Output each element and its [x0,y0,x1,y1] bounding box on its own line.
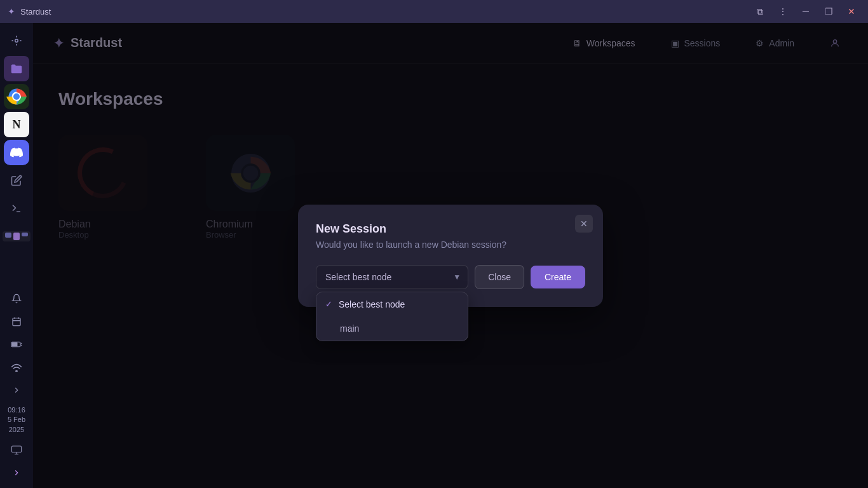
title-bar-right: ⧉ ⋮ ─ ❐ ✕ [751,3,860,20]
sidebar-year: 2025 [8,425,25,435]
sidebar-expand-icon[interactable] [4,463,29,483]
stardust-icon: ✦ [8,6,15,17]
option-best-node-label: Select best node [339,299,405,309]
title-bar-left: ✦ Stardust [8,6,51,17]
extensions-button[interactable]: ⧉ [751,3,769,20]
option-main-label: main [340,323,359,334]
sidebar-time-display: 09:16 5 Feb 2025 [8,403,25,437]
dropdown-option-main[interactable]: main [316,316,468,341]
new-session-modal: ✕ New Session Would you like to launch a… [298,205,603,307]
sidebar-notifications-icon[interactable] [4,288,29,309]
sidebar-arrow-icon[interactable] [4,380,29,400]
svg-rect-20 [12,446,22,452]
sidebar-calendar-icon[interactable] [4,311,29,332]
modal-close-button[interactable]: ✕ [575,215,593,233]
svg-rect-16 [12,342,18,346]
svg-rect-11 [13,318,20,325]
modal-actions: Select best node main ▼ ✓ Select best no… [316,265,585,289]
close-window-button[interactable]: ✕ [843,3,860,20]
sidebar-terminal-icon[interactable] [4,196,29,221]
sidebar-date: 5 Feb [8,415,25,424]
sidebar-display-icon[interactable] [4,440,29,460]
sidebar-time: 09:16 [8,405,25,415]
modal-overlay: ✕ New Session Would you like to launch a… [33,23,868,488]
title-bar: ✦ Stardust ⧉ ⋮ ─ ❐ ✕ [0,0,868,23]
sidebar-battery-icon[interactable] [4,334,29,355]
node-select-wrapper: Select best node main ▼ ✓ Select best no… [316,265,468,289]
svg-point-9 [13,93,20,100]
title-bar-title: Stardust [20,7,51,17]
dropdown-option-best-node[interactable]: ✓ Select best node [316,292,468,316]
node-select[interactable]: Select best node main [316,265,468,289]
modal-title: New Session [316,222,585,236]
checkmark-icon: ✓ [325,299,332,309]
modal-subtitle: Would you like to launch a new Debian se… [316,240,585,250]
svg-point-0 [15,39,18,43]
sidebar: N [0,23,33,488]
minimize-button[interactable]: ─ [797,3,815,20]
sidebar-stats-icon[interactable] [4,224,29,249]
maximize-button[interactable]: ❐ [820,3,837,20]
sidebar-note-icon[interactable] [4,168,29,193]
sidebar-chrome-icon[interactable] [4,84,29,109]
create-button[interactable]: Create [531,266,585,288]
sidebar-discord-icon[interactable] [4,140,29,165]
sidebar-notion-icon[interactable]: N [4,112,29,137]
main-content: ✦ Stardust 🖥 Workspaces ▣ Sessions ⚙ Adm… [33,23,868,488]
node-dropdown-menu: ✓ Select best node main [316,292,468,341]
svg-point-19 [16,370,17,372]
menu-button[interactable]: ⋮ [774,3,792,20]
sidebar-nav-icon[interactable] [4,28,29,53]
sidebar-wifi-icon[interactable] [4,357,29,377]
app-body: N [0,23,868,488]
close-button[interactable]: Close [475,265,524,289]
